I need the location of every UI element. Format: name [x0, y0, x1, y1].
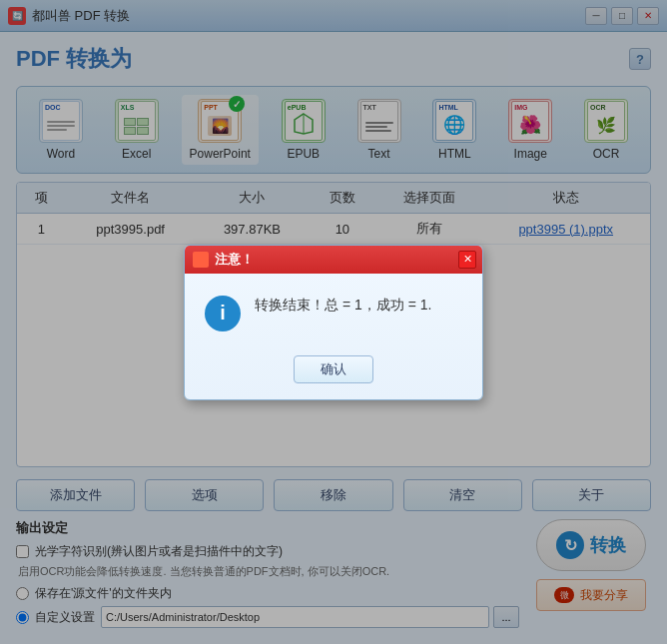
modal-close-button[interactable]: ✕ — [458, 251, 476, 269]
modal-message: 转换结束！总 = 1，成功 = 1. — [255, 294, 431, 316]
modal-dialog: 注意！ ✕ i 转换结束！总 = 1，成功 = 1. 确认 — [184, 245, 483, 400]
modal-footer: 确认 — [185, 347, 482, 399]
modal-body: i 转换结束！总 = 1，成功 = 1. — [185, 274, 482, 347]
modal-titlebar: 注意！ ✕ — [185, 246, 482, 274]
modal-title: 注意！ — [215, 251, 254, 269]
info-icon: i — [205, 296, 241, 331]
modal-overlay: 注意！ ✕ i 转换结束！总 = 1，成功 = 1. 确认 — [0, 0, 667, 644]
modal-ok-button[interactable]: 确认 — [294, 355, 373, 383]
modal-title-icon — [193, 252, 209, 268]
